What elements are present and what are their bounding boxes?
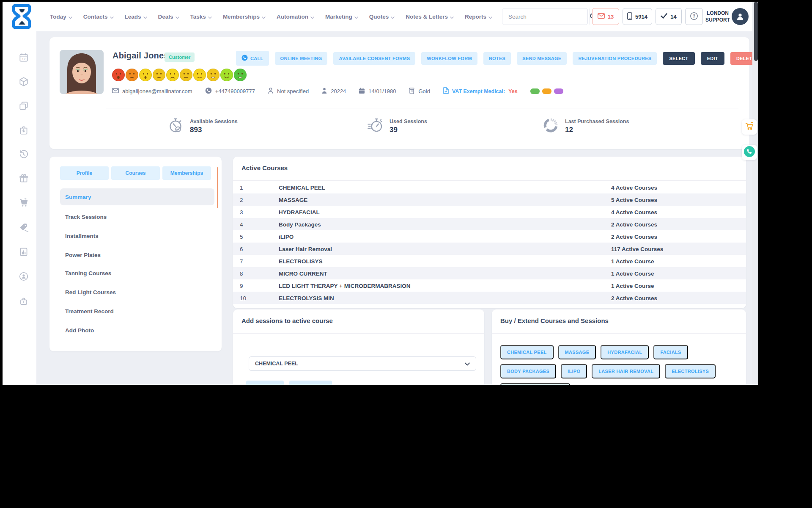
add-sessions-title: Add sessions to active course <box>241 317 333 324</box>
nav-label: Deals <box>158 14 173 20</box>
help-button[interactable]: ? <box>685 8 703 25</box>
tag-icon[interactable] <box>18 222 29 233</box>
nav-tasks[interactable]: Tasks <box>190 13 212 20</box>
mood-face-4[interactable] <box>153 69 165 81</box>
body-packages-pill-button[interactable]: BODY PACKAGES <box>500 364 556 378</box>
call-button[interactable]: CALL <box>236 51 269 66</box>
mood-face-9[interactable] <box>220 69 233 81</box>
session-button[interactable] <box>289 381 332 385</box>
window-scrollbar-thumb[interactable] <box>754 2 758 61</box>
tab-profile[interactable]: Profile <box>60 166 109 180</box>
workflow-form-button[interactable]: WORKFLOW FORM <box>421 52 477 65</box>
account-name: LONDON SUPPORT <box>705 10 730 23</box>
whatsapp-icon <box>743 145 756 160</box>
course-row[interactable]: 9LED LIGHT THERAPY + MICRODERMABRASION1 … <box>233 279 746 292</box>
course-row[interactable]: 6Laser Hair Removal117 Active Courses <box>233 243 746 255</box>
nav-automation[interactable]: Automation <box>277 13 314 20</box>
menu-item-track-sessions[interactable]: Track Sessions <box>60 211 214 223</box>
whatsapp-float-button[interactable] <box>742 145 757 160</box>
cart-icon[interactable] <box>18 197 29 208</box>
mood-face-5[interactable] <box>166 69 179 81</box>
mood-face-6[interactable] <box>180 69 192 81</box>
shopping-bag-icon[interactable] <box>18 124 29 135</box>
facials-pill-button[interactable]: FACIALS <box>653 345 688 359</box>
nav-reports[interactable]: Reports <box>465 13 492 20</box>
tab-memberships[interactable]: Memberships <box>162 166 211 180</box>
lock-icon[interactable] <box>18 295 29 306</box>
rejuvenation-procedures-button[interactable]: REJUVENATION PROCEDURES <box>573 52 657 65</box>
laser-hair-removal-pill-button[interactable]: LASER HAIR REMOVAL <box>592 364 660 378</box>
mood-face-2[interactable] <box>126 69 138 81</box>
mood-face-1[interactable] <box>112 69 125 81</box>
menu-item-power-plates[interactable]: Power Plates <box>60 249 214 261</box>
tab-courses[interactable]: Courses <box>111 166 160 180</box>
massage-pill-button[interactable]: MASSAGE <box>558 345 596 359</box>
gift-icon[interactable] <box>18 173 29 184</box>
course-row[interactable]: 3HYDRAFACIAL4 Active Courses <box>233 206 746 218</box>
chemical-peel-pill-button[interactable]: CHEMICAL PEEL <box>500 345 554 359</box>
nav-deals[interactable]: Deals <box>158 13 179 20</box>
search-input[interactable] <box>502 14 589 20</box>
calendar-icon[interactable]: 12 <box>18 52 29 63</box>
electrolisys-pill-button[interactable]: ELECTROLISYS <box>665 364 716 378</box>
copy-icon[interactable] <box>18 100 29 111</box>
menu-item-add-photo[interactable]: Add Photo <box>60 324 214 336</box>
nav-quotes[interactable]: Quotes <box>369 13 395 20</box>
customer-photo[interactable] <box>60 50 104 94</box>
app-logo-hourglass-icon[interactable] <box>10 3 35 30</box>
notes-button[interactable]: NOTES <box>483 52 511 65</box>
menu-item-summary[interactable]: Summary <box>60 188 214 205</box>
nav-today[interactable]: Today <box>50 13 72 20</box>
course-select[interactable]: CHEMICAL PEEL <box>249 356 476 371</box>
mood-face-8[interactable] <box>207 69 219 81</box>
panel-scrollbar-thumb[interactable] <box>217 167 218 208</box>
phone-notifications-button[interactable]: 5914 <box>623 8 652 25</box>
mood-face-10[interactable] <box>234 69 247 81</box>
account-icon[interactable] <box>18 271 29 282</box>
session-button[interactable] <box>246 381 284 385</box>
contact-text: VAT Exempt Medical: <box>452 88 505 94</box>
course-row[interactable]: 10ELECTROLYSIS MIN2 Active Courses <box>233 292 746 304</box>
nav-marketing[interactable]: Marketing <box>325 13 358 20</box>
course-row[interactable]: 2MASSAGE5 Active Courses <box>233 193 746 206</box>
mood-face-7[interactable] <box>193 69 206 81</box>
online-meeting-button[interactable]: ONLINE MEETING <box>275 52 328 65</box>
available-consent-forms-button[interactable]: AVAILABLE CONSENT FORMS <box>333 52 415 65</box>
mood-face-3[interactable] <box>139 69 152 81</box>
course-count: 5 Active Courses <box>611 196 657 203</box>
menu-item-installments[interactable]: Installments <box>60 230 214 242</box>
course-row[interactable]: 1CHEMICAL PEEL4 Active Courses <box>233 181 746 193</box>
course-row[interactable]: 4Body Packages2 Active Courses <box>233 218 746 230</box>
cart-float-button[interactable] <box>742 119 757 135</box>
menu-item-treatment-record[interactable]: Treatment Record <box>60 305 214 317</box>
send-message-button[interactable]: SEND MESSAGE <box>517 52 567 65</box>
stat-label: Available Sessions <box>190 119 238 124</box>
tasks-notifications-button[interactable]: 14 <box>656 8 682 25</box>
svg-text:?: ? <box>693 14 695 19</box>
nav-leads[interactable]: Leads <box>125 13 147 20</box>
report-icon[interactable] <box>18 246 29 257</box>
window-scrollbar[interactable] <box>752 2 758 385</box>
course-row[interactable]: 7ELECTROLISYS1 Active Course <box>233 255 746 267</box>
user-avatar[interactable] <box>732 8 749 25</box>
button-label: EDIT <box>707 56 718 61</box>
contact-person-id: 20224 <box>321 87 346 95</box>
edit-button[interactable]: EDIT <box>701 52 724 65</box>
hydrafacial-pill-button[interactable]: HYDRAFACIAL <box>601 345 649 359</box>
package-icon[interactable] <box>18 76 29 87</box>
nav-notes-letters[interactable]: Notes & Letters <box>406 13 454 20</box>
select-button[interactable]: SELECT <box>663 52 694 65</box>
course-row[interactable]: 8MICRO CURRENT1 Active Course <box>233 267 746 279</box>
microdermabrasion-pill-button[interactable]: MICRODERMABRASION <box>500 383 570 385</box>
nav-memberships[interactable]: Memberships <box>223 13 266 20</box>
ilipo-pill-button[interactable]: ILIPO <box>561 364 587 378</box>
contact-text: Not specified <box>277 88 309 94</box>
menu-item-tanning-courses[interactable]: Tanning Courses <box>60 267 214 279</box>
history-icon[interactable] <box>18 149 29 160</box>
course-num: 4 <box>240 221 243 227</box>
course-row[interactable]: 5iLIPO2 Active Courses <box>233 230 746 243</box>
nav-label: Today <box>50 14 66 20</box>
nav-contacts[interactable]: Contacts <box>83 13 114 20</box>
menu-item-red-light-courses[interactable]: Red Light Courses <box>60 286 214 298</box>
mail-notifications-button[interactable]: 13 <box>592 8 619 25</box>
